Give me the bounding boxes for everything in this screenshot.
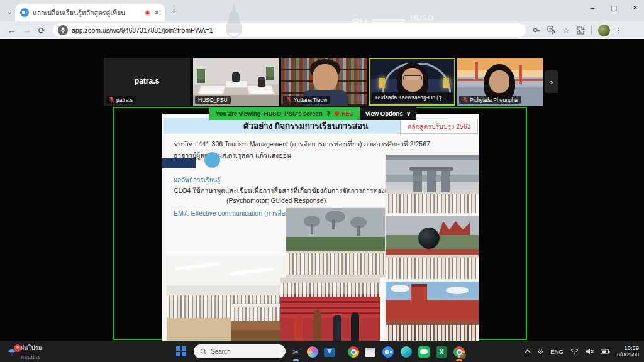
chrome-icon[interactable] (347, 345, 360, 359)
video-tile-pichyada[interactable]: Pichyada Pheunpha (457, 58, 543, 106)
search-placeholder: Search (211, 348, 231, 355)
clock-date: 8/8/2568 (617, 351, 639, 358)
browser-tab[interactable]: แลกเปลี่ยนเรียนรู้หลักสูตรคู่เทียบ ✕ (15, 4, 165, 21)
muted-mic-icon (109, 96, 114, 103)
tray-chevron-icon[interactable] (525, 349, 531, 353)
crowd-decor (386, 258, 479, 279)
marina-bay-sands-decor (413, 171, 450, 192)
copilot-icon[interactable] (306, 345, 319, 359)
volume-muted-icon[interactable] (586, 348, 594, 354)
active-app-indicator (456, 359, 462, 361)
site-mic-in-use-icon[interactable] (58, 25, 68, 35)
excel-icon[interactable]: X (435, 345, 448, 359)
muted-mic-icon (462, 96, 468, 103)
participant-name-center: patra.s (104, 77, 190, 85)
profile-avatar[interactable] (598, 25, 610, 36)
forward-button[interactable]: → (19, 26, 34, 35)
browser-tab-bar: ⌄ แลกเปลี่ยนเรียนรู้หลักสูตรคู่เทียบ ✕ +… (0, 0, 644, 21)
tray-mic-icon[interactable] (538, 348, 543, 355)
photo-gardens-by-the-bay-group (286, 208, 385, 277)
video-tile-patra[interactable]: patra.s patra.s (104, 58, 190, 106)
window-controls: – ▢ ✕ (589, 4, 639, 12)
zoom-app-icon[interactable] (381, 345, 395, 359)
search-icon (200, 348, 207, 355)
golden-gate-tower-decor (475, 62, 478, 80)
url-text: app.zoom.us/wc/94687317881/join?fromPWA=… (72, 26, 213, 34)
person-figure (232, 72, 240, 82)
course-line: รายวิชา 441-306 Tourism Management (การจ… (174, 139, 430, 150)
conference-table (198, 85, 226, 94)
bookmark-star-icon[interactable]: ☆ (562, 26, 570, 35)
video-tile-yuttana[interactable]: Yuttana Tieow (281, 58, 367, 106)
photo-marina-bay-group (386, 155, 479, 213)
banner-muted-mic-icon (326, 110, 331, 117)
conference-table (247, 85, 275, 94)
taskbar-weather-widget[interactable]: ☂2 ฝนโปรย ตอนบ่าย (8, 343, 42, 361)
bridge-pylon-decor (379, 78, 385, 88)
extensions-puzzle-icon[interactable] (576, 26, 585, 35)
snipping-tool-icon[interactable]: ✂ (289, 345, 303, 359)
recording-dot-icon (335, 111, 339, 116)
ceiling-light-decor (175, 263, 219, 271)
start-button[interactable] (176, 346, 186, 356)
weather-condition: ฝนโปรย (20, 343, 42, 353)
ceiling-light-decor (230, 268, 274, 276)
participant-label: patra.s (106, 96, 136, 104)
line-app-icon[interactable] (417, 345, 431, 359)
view-options-chevron-icon: ∨ (406, 110, 411, 117)
crowd-decor (231, 307, 288, 321)
language-indicator[interactable]: ENG (550, 348, 564, 355)
plant-decor (197, 69, 205, 83)
chrome-profile-icon[interactable] (452, 345, 466, 359)
window-minimize-button[interactable]: – (589, 4, 596, 12)
battery-icon[interactable] (601, 349, 610, 354)
window-maximize-button[interactable]: ▢ (610, 4, 618, 12)
video-tile-huso-psu[interactable]: HUSO_PSU (193, 58, 279, 106)
running-app-indicator (293, 359, 299, 361)
bridge-pylon-decor (443, 78, 449, 88)
glasses-decor (403, 75, 422, 80)
address-bar[interactable]: app.zoom.us/wc/94687317881/join?fromPWA=… (53, 23, 526, 37)
slide-navy-decor (162, 158, 196, 168)
photo-universal-studios-group (386, 216, 479, 279)
notification-badge: 2 (14, 344, 21, 352)
photo-students-at-counter (231, 304, 288, 341)
viewing-banner: You are viewing HUSO_PSU's screen REC (209, 107, 360, 120)
annotation-dot (204, 152, 220, 168)
tab-list-chevron-icon[interactable]: ⌄ (4, 6, 15, 17)
system-tray: ENG 10:59 8/8/2568 (525, 341, 639, 362)
translate-icon[interactable] (547, 26, 556, 35)
password-key-icon[interactable] (532, 26, 541, 35)
person-face (313, 64, 338, 92)
standing-person-decor (333, 315, 341, 341)
person-figure (258, 77, 265, 87)
display-app-icon[interactable] (323, 345, 336, 359)
reload-button[interactable]: ⟳ (34, 26, 49, 35)
slide-title: ตัวอย่าง กิจกรรมการเรียนการสอน (243, 119, 369, 133)
weather-period: ตอนบ่าย (20, 353, 42, 361)
video-tile-rudsada-active-speaker[interactable]: Rudsada Kaewsaeng-On (รุศดา แก้... (369, 58, 455, 106)
new-tab-button[interactable]: + (171, 5, 177, 16)
crowd-decor (286, 253, 385, 275)
participant-label: HUSO_PSU (195, 96, 231, 104)
taskbar-search-box[interactable]: Search (194, 344, 286, 358)
wifi-icon[interactable] (570, 348, 579, 354)
profile-badge (460, 353, 466, 359)
recording-label: REC (342, 111, 353, 117)
supertree-decor (325, 211, 345, 223)
edge-icon[interactable] (399, 345, 413, 359)
view-options-button[interactable]: View Options ∨ (360, 107, 417, 120)
photo-theater-group (280, 278, 380, 341)
next-participants-button[interactable]: › (545, 70, 558, 93)
tab-recording-indicator-icon (145, 10, 150, 16)
participant-label: Yuttana Tieow (283, 96, 330, 104)
taskbar-clock[interactable]: 10:59 8/8/2568 (617, 344, 639, 358)
participant-label: Rudsada Kaewsaeng-On (รุศดา แก้... (372, 92, 453, 102)
psu-emblem-watermark (221, 3, 247, 38)
window-close-button[interactable]: ✕ (631, 4, 639, 12)
app-window-icon[interactable] (363, 345, 377, 359)
back-button[interactable]: ← (4, 26, 19, 35)
standing-person-decor (294, 315, 303, 341)
tab-close-icon[interactable]: ✕ (154, 9, 160, 17)
browser-menu-icon[interactable]: ⋮ (615, 26, 622, 35)
